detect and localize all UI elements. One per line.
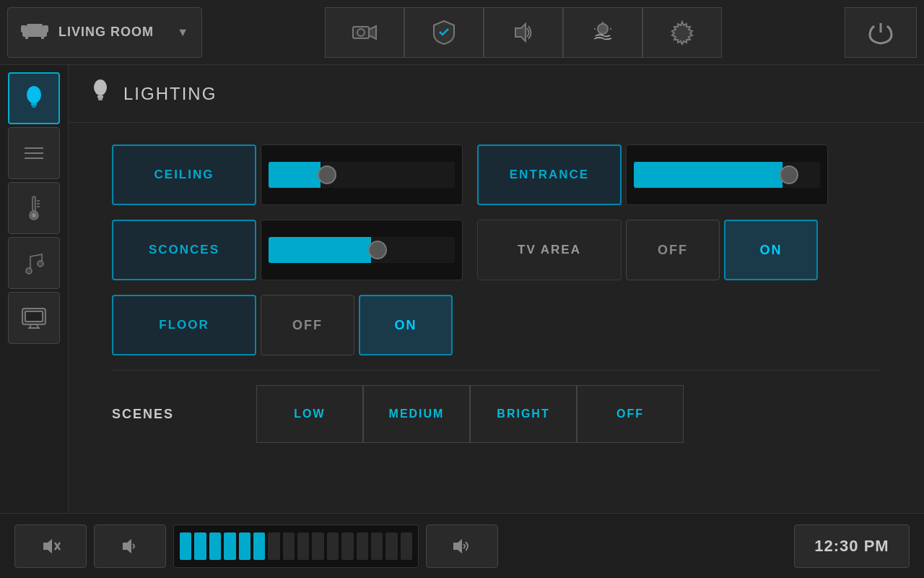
volume-segment-8 <box>283 532 295 560</box>
nav-settings-button[interactable] <box>642 7 722 58</box>
scenes-buttons: LOW MEDIUM BRIGHT OFF <box>256 385 684 443</box>
ceiling-dimmer-track <box>269 162 455 188</box>
svg-marker-42 <box>453 539 462 553</box>
svg-rect-5 <box>27 24 43 30</box>
lights-row-1: CEILING ENTRANCE <box>112 144 881 205</box>
tv-area-on-button[interactable]: ON <box>724 220 818 280</box>
mute-button[interactable] <box>14 525 87 568</box>
volume-segment-6 <box>253 532 265 560</box>
sidebar-item-lighting[interactable] <box>8 72 60 124</box>
entrance-group: ENTRANCE <box>477 144 828 205</box>
volume-segment-2 <box>194 532 206 560</box>
page-title: LIGHTING <box>123 84 217 104</box>
volume-segment-5 <box>239 532 250 560</box>
lights-row-2: SCONCES TV AREA OFF ON <box>112 220 881 280</box>
svg-rect-1 <box>21 25 27 33</box>
nav-speaker-button[interactable] <box>484 7 563 58</box>
ceiling-dimmer-knob[interactable] <box>318 165 336 184</box>
volume-down-button[interactable] <box>94 525 166 568</box>
clock: 12:30 PM <box>794 525 910 568</box>
ceiling-label[interactable]: CEILING <box>112 144 256 205</box>
tv-area-off-button[interactable]: OFF <box>626 220 720 280</box>
svg-rect-4 <box>41 35 44 39</box>
entrance-label[interactable]: ENTRANCE <box>477 144 622 205</box>
svg-point-24 <box>32 213 36 217</box>
svg-marker-7 <box>369 26 376 39</box>
volume-bar[interactable] <box>173 525 419 568</box>
nav-security-button[interactable] <box>404 7 484 58</box>
room-selector[interactable]: LIVING ROOM ▼ <box>7 7 202 58</box>
page-header: LIGHTING <box>69 65 924 123</box>
svg-point-10 <box>598 24 608 34</box>
nav-camera-button[interactable] <box>325 7 404 58</box>
volume-segment-11 <box>327 532 339 560</box>
svg-rect-22 <box>32 197 35 211</box>
svg-marker-41 <box>123 539 131 553</box>
power-button[interactable] <box>845 7 917 58</box>
sidebar-item-music[interactable] <box>8 237 60 289</box>
volume-segment-7 <box>268 532 279 560</box>
volume-segment-9 <box>297 532 309 560</box>
floor-off-button[interactable]: OFF <box>261 295 354 355</box>
scenes-label: SCENES <box>112 407 256 422</box>
volume-segment-4 <box>224 532 235 560</box>
scene-low-button[interactable]: LOW <box>256 385 363 443</box>
top-bar: LIVING ROOM ▼ <box>0 0 924 65</box>
volume-up-button[interactable] <box>426 525 498 568</box>
nav-weather-button[interactable] <box>563 7 642 58</box>
sconces-group: SCONCES <box>112 220 463 280</box>
entrance-dimmer[interactable] <box>626 144 828 205</box>
tv-area-group: TV AREA OFF ON <box>477 220 818 280</box>
volume-segment-15 <box>385 532 397 560</box>
ceiling-dimmer-fill <box>269 162 321 188</box>
svg-rect-3 <box>25 35 28 39</box>
main-area: LIGHTING CEILING ENTRANCE <box>0 65 924 513</box>
ceiling-dimmer[interactable] <box>261 144 463 205</box>
sconces-dimmer-fill <box>269 237 371 263</box>
svg-rect-31 <box>25 311 43 322</box>
entrance-dimmer-fill <box>634 162 783 188</box>
svg-rect-36 <box>97 95 103 98</box>
top-nav <box>209 7 837 58</box>
floor-on-button[interactable]: ON <box>359 295 453 355</box>
svg-rect-17 <box>31 103 37 105</box>
svg-point-16 <box>27 86 41 103</box>
tv-area-label[interactable]: TV AREA <box>477 220 622 280</box>
volume-segment-12 <box>341 532 353 560</box>
scene-off-button[interactable]: OFF <box>577 385 684 443</box>
scene-bright-button[interactable]: BRIGHT <box>470 385 577 443</box>
room-name: LIVING ROOM <box>58 25 177 40</box>
svg-rect-18 <box>32 105 36 108</box>
scene-medium-button[interactable]: MEDIUM <box>363 385 470 443</box>
volume-segment-13 <box>357 532 368 560</box>
sidebar-item-scenes[interactable] <box>8 127 60 179</box>
floor-row: FLOOR OFF ON <box>112 295 881 355</box>
svg-rect-37 <box>98 98 103 100</box>
svg-marker-38 <box>43 539 52 553</box>
sconces-dimmer-track <box>269 237 455 263</box>
volume-segment-16 <box>401 532 412 560</box>
entrance-dimmer-track <box>634 162 820 188</box>
lighting-icon <box>90 78 110 109</box>
sconces-dimmer[interactable] <box>261 220 463 280</box>
sconces-dimmer-knob[interactable] <box>368 241 387 259</box>
volume-segment-3 <box>209 532 221 560</box>
sconces-label[interactable]: SCONCES <box>112 220 256 280</box>
volume-segment-10 <box>312 532 323 560</box>
tv-area-controls: OFF ON <box>626 220 818 280</box>
chevron-down-icon: ▼ <box>177 26 188 39</box>
scenes-row: SCENES LOW MEDIUM BRIGHT OFF <box>112 385 881 443</box>
sofa-icon <box>21 20 48 45</box>
floor-label[interactable]: FLOOR <box>112 295 256 355</box>
content-area: LIGHTING CEILING ENTRANCE <box>69 65 924 513</box>
svg-point-29 <box>38 261 43 267</box>
sidebar <box>0 65 69 513</box>
sidebar-item-tv[interactable] <box>8 292 60 344</box>
volume-segment-1 <box>180 532 191 560</box>
sidebar-item-thermostat[interactable] <box>8 182 60 234</box>
svg-point-35 <box>94 79 107 95</box>
bottom-bar: 12:30 PM <box>0 513 924 578</box>
ceiling-group: CEILING <box>112 144 463 205</box>
entrance-dimmer-knob[interactable] <box>780 165 798 184</box>
volume-segment-14 <box>371 532 383 560</box>
